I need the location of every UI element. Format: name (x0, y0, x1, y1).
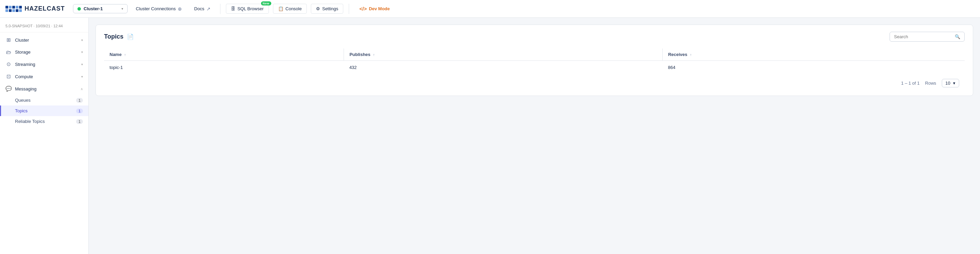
settings-button[interactable]: ⚙ Settings (311, 4, 343, 14)
topics-table: Name ↑ Publishes ↑ Receives ↑ (104, 48, 965, 74)
cell-name: topic-1 (104, 61, 344, 74)
messaging-chevron-icon: ∧ (81, 87, 83, 91)
table-body: topic-1 432 864 (104, 61, 965, 74)
sidebar-item-compute[interactable]: ⊡ Compute ▾ (0, 70, 88, 83)
rows-label: Rows (925, 81, 936, 86)
cell-publishes: 432 (344, 61, 663, 74)
storage-chevron-icon: ▾ (81, 50, 83, 54)
table-header: Name ↑ Publishes ↑ Receives ↑ (104, 48, 965, 61)
logo-icon (5, 6, 22, 12)
settings-label: Settings (322, 6, 338, 11)
cluster-connections-button[interactable]: Cluster Connections ⊕ (132, 4, 186, 14)
console-button[interactable]: 📋 Console (273, 4, 307, 14)
streaming-icon: ⊙ (5, 61, 11, 67)
topics-label: Topics (15, 108, 28, 113)
messaging-icon: 💬 (5, 86, 11, 92)
top-nav: HAZELCAST Cluster-1 ▾ Cluster Connection… (0, 0, 980, 18)
dev-mode-brackets-icon: </> (359, 6, 367, 11)
cluster-name: Cluster-1 (84, 6, 119, 11)
logo-text: HAZELCAST (25, 5, 65, 12)
compute-icon: ⊡ (5, 73, 11, 80)
docs-label: Docs (194, 6, 204, 11)
streaming-chevron-icon: ▾ (81, 62, 83, 66)
new-badge: New (261, 2, 271, 5)
search-input[interactable] (894, 34, 952, 39)
page-title: Topics (104, 33, 124, 40)
name-sort-icon: ↑ (124, 53, 126, 57)
sql-browser-button[interactable]: 🗄 SQL Browser New (226, 4, 269, 14)
sidebar: 5.0-SNAPSHOT · 10/09/21 · 12:44 ⊞ Cluste… (0, 18, 89, 254)
pagination-info: 1 – 1 of 1 (901, 81, 920, 86)
rows-per-page-selector[interactable]: 10 ▾ (942, 79, 959, 88)
search-icon: 🔍 (955, 34, 960, 39)
col-name[interactable]: Name ↑ (104, 48, 344, 61)
sidebar-item-label: Storage (15, 50, 78, 54)
sidebar-item-messaging[interactable]: 💬 Messaging ∧ (0, 83, 88, 95)
sidebar-item-label: Compute (15, 74, 78, 79)
card-header: Topics 📄 🔍 (104, 32, 965, 42)
console-label: Console (286, 6, 302, 11)
sidebar-item-cluster[interactable]: ⊞ Cluster ▾ (0, 34, 88, 46)
cluster-status-dot (78, 7, 81, 11)
rows-value: 10 (945, 81, 950, 86)
sidebar-subitem-reliable-topics[interactable]: Reliable Topics 1 (0, 116, 88, 127)
logo: HAZELCAST (5, 5, 65, 12)
console-icon: 📋 (278, 6, 283, 11)
search-box[interactable]: 🔍 (889, 32, 965, 42)
rows-chevron-icon: ▾ (953, 81, 955, 86)
publishes-sort-icon: ↑ (373, 53, 375, 57)
topics-badge: 1 (76, 109, 83, 113)
sidebar-item-streaming[interactable]: ⊙ Streaming ▾ (0, 58, 88, 70)
cluster-selector[interactable]: Cluster-1 ▾ (73, 4, 127, 13)
sidebar-item-label: Streaming (15, 62, 78, 67)
main-content: Topics 📄 🔍 Name ↑ Publishes (89, 18, 980, 254)
compute-chevron-icon: ▾ (81, 75, 83, 78)
content-card: Topics 📄 🔍 Name ↑ Publishes (95, 25, 973, 96)
table-footer: 1 – 1 of 1 Rows 10 ▾ (104, 74, 965, 88)
queues-label: Queues (15, 97, 31, 103)
version-info: 5.0-SNAPSHOT · 10/09/21 · 12:44 (0, 22, 88, 32)
nav-separator-2 (349, 4, 349, 14)
table-row: topic-1 432 864 (104, 61, 965, 74)
queues-badge: 1 (76, 98, 83, 103)
dev-mode-label: Dev Mode (369, 6, 390, 11)
cell-receives: 864 (662, 61, 965, 74)
sidebar-item-storage[interactable]: 🗁 Storage ▾ (0, 46, 88, 58)
docs-button[interactable]: Docs ↗ (190, 4, 215, 14)
sidebar-item-label: Cluster (15, 38, 78, 43)
plus-icon: ⊕ (178, 6, 182, 11)
sidebar-item-label: Messaging (15, 86, 77, 91)
topics-file-icon: 📄 (127, 34, 134, 40)
layout: 5.0-SNAPSHOT · 10/09/21 · 12:44 ⊞ Cluste… (0, 18, 980, 254)
reliable-topics-label: Reliable Topics (15, 119, 45, 124)
col-receives[interactable]: Receives ↑ (662, 48, 965, 61)
col-publishes[interactable]: Publishes ↑ (344, 48, 663, 61)
sql-browser-label: SQL Browser (237, 6, 264, 11)
receives-sort-icon: ↑ (690, 53, 692, 57)
sidebar-subitem-queues[interactable]: Queues 1 (0, 95, 88, 105)
sidebar-subitem-topics[interactable]: Topics 1 (0, 105, 88, 116)
sql-browser-icon: 🗄 (231, 6, 235, 11)
storage-icon: 🗁 (5, 49, 11, 55)
external-link-icon: ↗ (207, 6, 210, 11)
dev-mode-button[interactable]: </> Dev Mode (355, 4, 395, 14)
settings-gear-icon: ⚙ (316, 6, 320, 11)
reliable-topics-badge: 1 (76, 119, 83, 124)
cluster-chevron-icon: ▾ (121, 7, 123, 11)
cluster-connections-label: Cluster Connections (136, 6, 176, 11)
cluster-chevron-icon: ▾ (81, 38, 83, 42)
cluster-icon: ⊞ (5, 37, 11, 43)
